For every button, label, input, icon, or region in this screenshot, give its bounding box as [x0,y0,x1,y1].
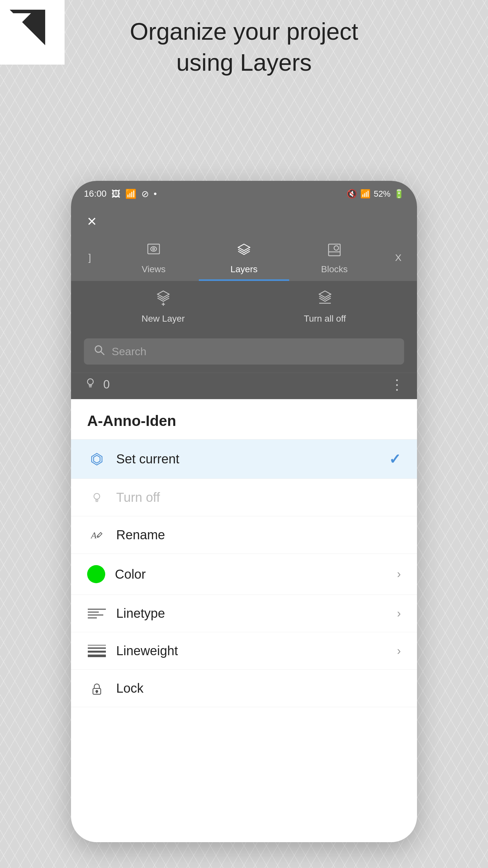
svg-point-7 [334,246,338,250]
svg-point-23 [96,690,98,692]
dot-indicator: • [154,189,157,199]
color-label: Color [115,567,387,582]
tab-layers-label: Layers [230,264,258,275]
dnd-icon: ⊘ [141,189,149,199]
search-icon [94,344,105,359]
menu-item-turn-off[interactable]: Turn off [71,479,417,516]
tab-layers[interactable]: Layers [199,234,289,281]
lineweight-chevron-icon: › [397,644,401,658]
menu-item-set-current[interactable]: Set current ✓ [71,439,417,479]
search-input[interactable]: Search [112,345,147,358]
lineweight-label: Lineweight [116,644,387,658]
turn-all-off-icon [317,289,333,310]
new-layer-label: New Layer [142,314,185,324]
tab-blocks-label: Blocks [321,264,348,275]
new-layer-icon [155,289,172,310]
turn-all-off-button[interactable]: Turn all off [249,289,401,324]
svg-rect-6 [329,244,340,256]
headline-text: Organize your project using Layers [0,16,488,78]
views-icon [146,242,161,260]
lineweight-icon [87,645,106,657]
svg-point-19 [94,493,100,499]
menu-item-lineweight[interactable]: Lineweight › [71,632,417,670]
photo-icon: 🖼 [111,189,120,199]
phone-frame: 16:00 🖼 📶 ⊘ • 🔇 📶 52% 🔋 × ] [71,181,417,842]
svg-line-15 [101,352,104,355]
set-current-checkmark: ✓ [389,451,401,467]
turn-off-icon [87,491,106,505]
linetype-icon [87,609,106,618]
blocks-icon [327,242,342,260]
battery-display: 52% [374,189,391,199]
linetype-chevron-icon: › [397,607,401,620]
battery-icon: 🔋 [394,189,404,199]
action-bar: New Layer Turn all off [71,281,417,332]
tab-blocks[interactable]: Blocks [289,234,380,281]
signal-icon: 📶 [125,189,136,199]
menu-item-lock[interactable]: Lock [71,670,417,707]
tab-side-left: ] [71,234,108,281]
time-display: 16:00 [84,189,106,199]
status-left: 16:00 🖼 📶 ⊘ • [84,189,157,199]
search-area: Search [71,332,417,373]
svg-marker-9 [158,291,169,298]
new-layer-button[interactable]: New Layer [87,289,239,324]
search-input-wrap[interactable]: Search [84,338,404,365]
svg-point-14 [95,346,102,352]
tab-side-right: X [380,234,417,281]
tab-views-label: Views [142,264,166,275]
close-button[interactable]: × [87,213,97,229]
bottom-sheet: A-Anno-Iden Set current ✓ Turn off [71,399,417,707]
svg-marker-18 [94,455,100,463]
tab-bar: ] Views Layers [71,234,417,281]
layer-list-area: 0 ⋮ [71,373,417,399]
logo-area [0,0,65,65]
rename-icon: A [87,528,106,542]
svg-point-3 [151,247,157,251]
svg-text:A: A [90,530,97,540]
menu-item-linetype[interactable]: Linetype › [71,595,417,632]
layer-number: 0 [103,378,110,392]
app-logo [10,10,45,45]
linetype-label: Linetype [116,606,387,621]
layer-name-header: A-Anno-Iden [71,399,417,439]
layer-name: A-Anno-Iden [87,412,401,430]
menu-item-rename[interactable]: A Rename [71,516,417,554]
layers-icon [236,242,252,260]
svg-marker-12 [319,291,331,298]
more-options-icon[interactable]: ⋮ [390,376,404,393]
wifi-icon: 📶 [360,189,370,199]
lock-label: Lock [116,681,401,695]
status-right: 🔇 📶 52% 🔋 [347,189,404,199]
svg-rect-2 [148,244,159,254]
color-swatch [87,565,105,583]
status-bar: 16:00 🖼 📶 ⊘ • 🔇 📶 52% 🔋 [71,181,417,207]
svg-point-16 [88,379,93,384]
svg-point-4 [153,248,155,250]
mute-icon: 🔇 [347,189,357,199]
set-current-label: Set current [116,452,379,466]
rename-label: Rename [116,528,401,542]
color-chevron-icon: › [397,567,401,581]
bulb-icon [84,376,97,393]
app-header: × [71,207,417,234]
headline-area: Organize your project using Layers [0,16,488,78]
menu-item-color[interactable]: Color › [71,554,417,595]
turn-all-off-label: Turn all off [304,314,346,324]
svg-marker-5 [238,244,250,251]
layer-number-row: 0 [84,376,110,393]
set-current-icon [87,452,106,466]
turn-off-label: Turn off [116,490,401,505]
lock-icon [87,681,106,695]
tab-views[interactable]: Views [108,234,199,281]
